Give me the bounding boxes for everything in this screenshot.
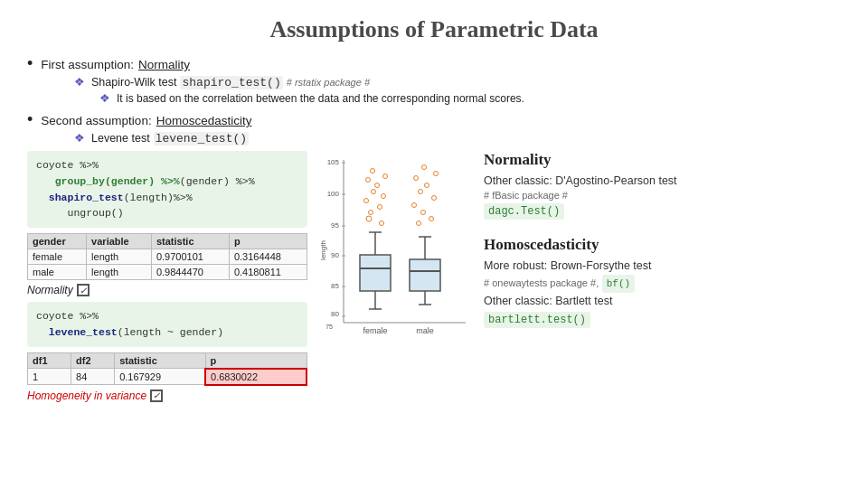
right-normality-other: Other classic: D'Agostino-Pearson test (484, 173, 841, 190)
right-normality: Normality Other classic: D'Agostino-Pear… (484, 151, 841, 220)
right-homo-comment1: # onewaytests package #, bf() (484, 275, 841, 294)
th-p: p (229, 234, 307, 249)
boxplot-svg: 105 100 95 90 85 80 75 (316, 151, 475, 341)
plot-area: 105 100 95 90 85 80 75 (316, 151, 475, 408)
svg-point-27 (372, 190, 376, 194)
bf-code: bf() (602, 275, 635, 294)
svg-point-31 (371, 169, 375, 174)
td-p-f: 0.3164448 (229, 249, 307, 265)
bartlett-code: bartlett.test() (484, 312, 590, 328)
td-var-m: length (87, 265, 152, 280)
sub1-comment: # rstatix package # (287, 77, 370, 88)
svg-text:100: 100 (327, 190, 340, 198)
svg-point-46 (434, 172, 439, 176)
svg-point-41 (412, 203, 417, 208)
svg-text:female: female (363, 326, 387, 335)
svg-point-44 (425, 183, 429, 188)
bullet2-label: Second assumption: (41, 114, 151, 127)
td-gender-f: female (28, 249, 87, 265)
homogeneity-label: Homogeneity in variance ✓ (27, 389, 307, 402)
homogeneity-checkbox: ✓ (150, 389, 163, 402)
svg-text:95: 95 (331, 221, 339, 230)
svg-point-23 (369, 211, 373, 215)
th-variable: variable (87, 234, 152, 249)
svg-rect-34 (410, 259, 440, 291)
bullet2-sub1: ❖ Levene test levene_test() (74, 131, 841, 145)
homogeneity-text: Homogeneity in variance (27, 389, 146, 402)
normality-label: Normality ✓ (27, 284, 307, 296)
th2-df2: df2 (71, 352, 115, 369)
th2-stat: statistic (115, 352, 205, 369)
td-stat-f: 0.9700101 (151, 249, 229, 265)
svg-point-45 (414, 176, 419, 181)
svg-text:male: male (416, 326, 434, 335)
bullet2-underline: Homoscedasticity (156, 114, 252, 127)
normality-text: Normality (27, 284, 73, 296)
td2-p: 0.6830022 (205, 369, 307, 385)
diamond-icon1: ❖ (74, 75, 85, 89)
bullet2-dot: • (27, 110, 33, 129)
svg-point-26 (382, 194, 386, 199)
bullet1-section: • First assumption: Normality ❖ Shapiro-… (27, 54, 841, 105)
svg-point-24 (378, 205, 382, 210)
svg-point-25 (364, 199, 369, 203)
code-block-levene: coyote %>% levene_test(length ~ gender) (27, 302, 307, 347)
table-row: female length 0.9700101 0.3164448 (28, 249, 307, 265)
sub1b-text: Levene test (91, 132, 150, 145)
svg-point-47 (422, 165, 427, 170)
svg-point-42 (432, 196, 437, 201)
svg-text:80: 80 (331, 310, 339, 318)
svg-text:105: 105 (327, 158, 340, 166)
svg-point-22 (380, 221, 384, 226)
levene-result-table: df1 df2 statistic p 1 84 0.167929 0.6830… (27, 352, 307, 386)
diamond-icon2: ❖ (99, 91, 110, 105)
right-homo-line2: Other classic: Bartlett test (484, 293, 841, 310)
right-homo-line1: More robust: Brown-Forsythe test (484, 258, 841, 275)
svg-point-39 (429, 217, 434, 221)
dagc-test-code: dagc.Test() (484, 203, 564, 220)
cb1-line4: ungroup() (61, 207, 124, 219)
table-row: 1 84 0.167929 0.6830022 (28, 369, 307, 385)
bullet1-label: First assumption: (41, 58, 134, 71)
bullet1-main: • First assumption: Normality (27, 54, 841, 73)
bullet1-dot: • (27, 54, 33, 73)
td2-stat: 0.167929 (115, 369, 205, 385)
svg-point-43 (419, 190, 423, 194)
svg-point-29 (366, 178, 371, 183)
td2-df2: 84 (71, 369, 115, 385)
bottom-area: coyote %>% group_by(gender) %>%(gender) … (27, 151, 841, 408)
left-column: coyote %>% group_by(gender) %>%(gender) … (27, 151, 307, 408)
svg-point-30 (383, 174, 388, 179)
td-gender-m: male (28, 265, 87, 280)
sub2-text: It is based on the correlation between t… (117, 92, 524, 105)
levene-code: levene_test() (154, 132, 249, 145)
svg-text:90: 90 (331, 251, 339, 259)
diamond-icon3: ❖ (74, 131, 85, 145)
bullet1-underline: Normality (138, 58, 190, 71)
th2-p: p (205, 352, 307, 369)
td-var-f: length (87, 249, 152, 265)
bullet1-sub1: ❖ Shapiro-Wilk test shapiro_test() # rst… (74, 75, 841, 89)
sub1-text: Shapiro-Wilk test (91, 76, 176, 89)
svg-point-38 (417, 221, 421, 226)
bullet2-section: • Second assumption: Homoscedasticity ❖ … (27, 110, 841, 145)
normality-checkbox: ✓ (77, 284, 90, 296)
right-column: Normality Other classic: D'Agostino-Pear… (484, 151, 841, 408)
cb2-fn: levene_test (49, 326, 118, 338)
th-statistic: statistic (151, 234, 229, 249)
bullet2-main: • Second assumption: Homoscedasticity (27, 110, 841, 129)
cb2-line1: coyote %>% (36, 310, 99, 322)
svg-text:length: length (319, 240, 327, 260)
svg-point-40 (421, 211, 426, 215)
td-p-m: 0.4180811 (229, 265, 307, 280)
cb1-line2: group_by(gender) %>% (49, 175, 180, 187)
table-row: male length 0.9844470 0.4180811 (28, 265, 307, 280)
right-homo-title: Homoscedasticity (484, 236, 841, 254)
td2-df1: 1 (28, 369, 71, 385)
svg-point-21 (366, 216, 372, 221)
td-stat-m: 0.9844470 (151, 265, 229, 280)
svg-point-28 (375, 183, 380, 188)
svg-text:75: 75 (326, 324, 333, 330)
bullet1-subsub: ❖ It is based on the correlation between… (99, 91, 841, 105)
page-title: Assumptions of Parametric Data (27, 16, 841, 43)
